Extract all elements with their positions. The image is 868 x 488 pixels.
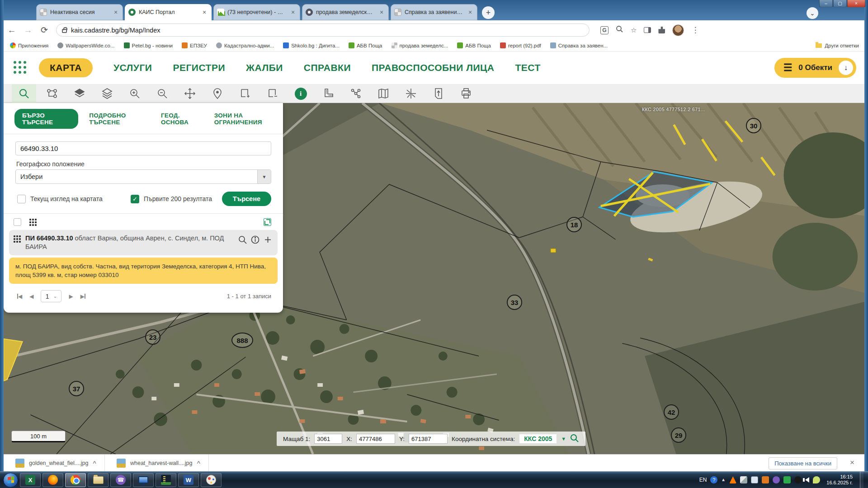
taskbar-viber[interactable]: ☎ bbox=[110, 473, 131, 487]
nav-item-spravki[interactable]: СПРАВКИ bbox=[304, 62, 351, 73]
page-select[interactable]: 1⌄ bbox=[41, 290, 61, 302]
taskbar-paint[interactable] bbox=[201, 473, 222, 487]
other-bookmarks[interactable]: Други отметки bbox=[816, 43, 859, 48]
layers-opacity-icon[interactable] bbox=[67, 84, 92, 103]
browser-tab[interactable]: (73 непрочетени) - АБВ поща × bbox=[213, 4, 300, 20]
tab-close-icon[interactable]: × bbox=[378, 9, 385, 16]
nav-item-uslugi[interactable]: УСЛУГИ bbox=[113, 62, 152, 73]
network-icon[interactable] bbox=[751, 476, 758, 483]
volume-icon[interactable] bbox=[805, 477, 809, 483]
tab-restriction-zones[interactable]: ЗОНИ НА ОГРАНИЧЕНИЯ bbox=[214, 112, 283, 126]
taskbar-firefox[interactable] bbox=[42, 473, 63, 487]
result-row[interactable]: ПИ 66490.33.10 област Варна, община Авре… bbox=[9, 230, 278, 255]
tab-close-icon[interactable]: × bbox=[289, 9, 297, 16]
close-downloads-icon[interactable]: × bbox=[850, 458, 854, 467]
taskbar-explorer[interactable] bbox=[88, 473, 108, 487]
first-200-checkbox[interactable]: ✓ bbox=[131, 195, 139, 203]
taskbar-remote-app[interactable] bbox=[133, 473, 154, 487]
avast-icon[interactable] bbox=[729, 476, 736, 483]
last-page-icon[interactable]: ▶ bbox=[80, 293, 85, 300]
url-text[interactable]: kais.cadastre.bg/bg/Map/Index bbox=[71, 27, 160, 34]
map-sheets-icon[interactable] bbox=[371, 84, 396, 103]
result-zoom-icon[interactable] bbox=[238, 235, 247, 246]
browser-tab-active[interactable]: КАИС Портал × bbox=[125, 4, 212, 20]
extensions-icon[interactable] bbox=[658, 27, 665, 33]
orange-app-icon[interactable] bbox=[762, 476, 769, 483]
bookmark-item[interactable]: Справка за заявен... bbox=[550, 42, 608, 48]
search-input[interactable] bbox=[15, 141, 271, 155]
layers-icon[interactable] bbox=[95, 84, 119, 103]
apps-grid-icon[interactable] bbox=[14, 61, 27, 75]
coordinates-icon[interactable] bbox=[399, 84, 423, 103]
browser-menu-icon[interactable]: ⋮ bbox=[691, 25, 699, 35]
download-item[interactable]: golden_wheat_fiel....jpg ^ bbox=[4, 455, 105, 471]
x-input[interactable] bbox=[356, 434, 395, 444]
taskbar-chrome[interactable] bbox=[65, 473, 86, 487]
zoom-out-icon[interactable] bbox=[150, 84, 175, 103]
taskbar-word[interactable]: W bbox=[178, 473, 199, 487]
select-all-checkbox[interactable] bbox=[14, 218, 21, 226]
translate-icon[interactable]: G bbox=[600, 26, 609, 34]
hidden-icons-chevron[interactable]: ▼ bbox=[721, 478, 726, 483]
bookmark-item[interactable]: WallpapersWide.co... bbox=[57, 42, 114, 48]
expand-results-icon[interactable] bbox=[264, 218, 271, 226]
bookmark-star-icon[interactable]: ☆ bbox=[631, 26, 637, 34]
export-icon[interactable] bbox=[426, 84, 451, 103]
bookmark-item[interactable]: report (92).pdf bbox=[500, 42, 541, 48]
scale-input[interactable] bbox=[314, 434, 342, 444]
tab-quick-search[interactable]: БЪРЗО ТЪРСЕНЕ bbox=[14, 109, 78, 129]
crs-select[interactable]: ККС 2005 bbox=[519, 434, 557, 444]
help-icon[interactable]: ? bbox=[710, 476, 717, 483]
pointer-icon[interactable] bbox=[813, 476, 820, 483]
forward-icon[interactable]: → bbox=[20, 25, 36, 35]
green-app-icon[interactable] bbox=[783, 476, 791, 483]
browser-tab[interactable]: Неактивна сесия × bbox=[36, 4, 123, 20]
remove-selection-icon[interactable] bbox=[260, 84, 285, 103]
result-info-icon[interactable] bbox=[251, 235, 259, 246]
start-button[interactable] bbox=[3, 473, 18, 488]
side-panel-icon[interactable] bbox=[644, 27, 651, 33]
bookmark-item[interactable]: Кадастрално-адми... bbox=[216, 42, 274, 48]
download-objects-icon[interactable]: ↓ bbox=[839, 61, 853, 75]
taskbar-gis-app[interactable] bbox=[156, 473, 176, 487]
print-icon[interactable] bbox=[454, 84, 478, 103]
browser-tab[interactable]: продава земеделска земя × bbox=[302, 4, 389, 20]
browser-tab[interactable]: Справка за заявени Кадастрал... × bbox=[391, 4, 477, 20]
profile-avatar[interactable] bbox=[672, 24, 684, 36]
download-menu-icon[interactable]: ^ bbox=[197, 460, 201, 466]
result-add-icon[interactable] bbox=[264, 235, 272, 246]
clock[interactable]: 16:15 16.6.2025 г. bbox=[824, 474, 853, 486]
add-selection-icon[interactable] bbox=[233, 84, 257, 103]
bookmark-apps[interactable]: Приложения bbox=[10, 42, 48, 48]
y-input[interactable] bbox=[409, 434, 448, 444]
split-parcel-icon[interactable] bbox=[344, 84, 368, 103]
locate-icon[interactable] bbox=[205, 84, 230, 103]
prev-page-icon[interactable]: ◀ bbox=[29, 293, 33, 300]
tab-close-icon[interactable]: × bbox=[112, 9, 119, 16]
taskbar-excel[interactable]: X bbox=[20, 473, 41, 487]
next-page-icon[interactable]: ▶ bbox=[69, 293, 73, 300]
bookmark-item[interactable]: продава земеделс... bbox=[392, 42, 448, 48]
omnibox[interactable]: kais.cadastre.bg/bg/Map/Index bbox=[56, 23, 590, 37]
objects-badge[interactable]: ☰ 0 Обекти ↓ bbox=[774, 58, 856, 78]
bookmark-item[interactable]: ЕПЗЕУ bbox=[182, 42, 207, 48]
coordinates-search-icon[interactable] bbox=[570, 434, 579, 444]
reload-icon[interactable]: ⟳ bbox=[36, 25, 52, 35]
current-view-checkbox[interactable] bbox=[17, 195, 26, 203]
download-item[interactable]: wheat_harvest-wall....jpg ^ bbox=[105, 455, 209, 471]
language-indicator[interactable]: EN bbox=[699, 477, 707, 483]
tab-close-icon[interactable]: × bbox=[201, 9, 208, 16]
tab-close-icon[interactable]: × bbox=[467, 9, 474, 16]
select-graphic-icon[interactable] bbox=[40, 84, 64, 103]
tab-detailed-search[interactable]: ПОДРОБНО ТЪРСЕНЕ bbox=[89, 112, 150, 126]
screens-icon[interactable] bbox=[740, 476, 747, 483]
bookmark-item[interactable]: АБВ Поща bbox=[457, 42, 491, 48]
search-icon[interactable] bbox=[12, 84, 36, 103]
zoom-in-icon[interactable] bbox=[123, 84, 147, 103]
tab-geodetic-basis[interactable]: ГЕОД. ОСНОВА bbox=[161, 112, 203, 126]
dish-icon[interactable] bbox=[794, 476, 802, 483]
bookmark-item[interactable]: АБВ Поща bbox=[349, 42, 382, 48]
download-menu-icon[interactable]: ^ bbox=[93, 460, 96, 466]
zoom-icon[interactable] bbox=[616, 25, 623, 35]
nav-item-pravosposobni[interactable]: ПРАВОСПОСОБНИ ЛИЦА bbox=[372, 62, 495, 73]
